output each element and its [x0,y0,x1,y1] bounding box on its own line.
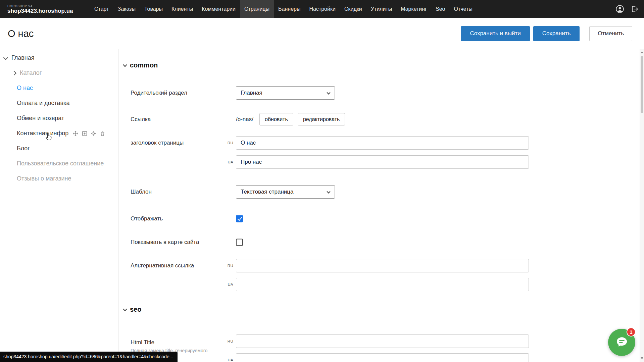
nav-reports[interactable]: Отчеты [449,0,477,18]
lang-ru-badge: RU [221,264,233,268]
tree-item-label: Контактная инфор [17,130,68,137]
alt-link-ua-input[interactable] [236,278,529,291]
display-checkbox[interactable] [236,215,243,222]
refresh-link-button[interactable]: обновить [259,113,293,125]
template-row: Шаблон Текстовая страница [118,185,640,199]
logout-icon[interactable] [630,5,639,13]
nav-pages[interactable]: Страницы [240,0,274,18]
tree-item-label: Каталог [20,69,42,76]
topbar: HOROSHOP V4 shop34423.horoshop.ua Старт … [0,0,644,18]
nav-products[interactable]: Товары [140,0,167,18]
edit-link-button[interactable]: редактировать [298,113,345,125]
chevron-down-icon[interactable] [3,55,8,60]
delete-trash-icon[interactable] [100,131,105,137]
status-url-text: shop34423.horoshop.ua/edit/edit.php?id=6… [3,354,173,359]
chat-unread-badge: 1 [627,327,636,337]
alt-link-ru-row: Альтернативная ссылка RU [118,259,640,272]
tree-item-label: Блог [17,145,30,152]
link-label: Ссылка [131,116,151,123]
scrollbar-thumb[interactable] [641,56,643,113]
chevron-down-icon [123,63,127,67]
lang-ru-badge: RU [221,339,233,343]
html-title-label: Html Title [131,339,154,346]
brand-logo[interactable]: HOROSHOP V4 shop34423.horoshop.ua [0,4,90,14]
display-row: Отображать [118,212,640,225]
nav-banners[interactable]: Баннеры [274,0,305,18]
nav-settings[interactable]: Настройки [305,0,340,18]
nav-discounts[interactable]: Скидки [340,0,366,18]
link-row: Ссылка /o-nas/ обновить редактировать [118,113,640,125]
html-title-ua-row: UA [118,353,640,362]
lang-ua-badge: UA [221,358,233,362]
parent-section-select[interactable]: Главная [236,86,335,100]
page-title-ru-input[interactable] [236,136,529,150]
nav-orders[interactable]: Заказы [113,0,140,18]
vertical-scrollbar[interactable] [640,49,644,362]
chevron-right-icon[interactable] [12,70,16,75]
save-button[interactable]: Сохранить [533,26,580,41]
lang-ru-badge: RU [221,141,233,145]
display-label: Отображать [131,215,163,222]
tree-item-label: Главная [11,54,35,61]
tree-item-exchange-return[interactable]: Обмен и возврат [0,111,118,126]
scroll-down-arrow-icon[interactable] [641,357,643,359]
save-and-exit-button[interactable]: Сохранить и выйти [461,26,530,41]
tree-item-about[interactable]: О нас [0,81,118,96]
nav-start[interactable]: Старт [90,0,113,18]
nav-marketing[interactable]: Маркетинг [396,0,431,18]
brand-version-label: HOROSHOP V4 [7,4,90,8]
template-select[interactable]: Текстовая страница [236,185,335,199]
tree-item-payment-delivery[interactable]: Оплата и доставка [0,96,118,111]
chevron-down-icon [123,307,127,311]
page-title-ua-input[interactable] [236,155,529,169]
chat-widget-button[interactable]: 1 [608,329,635,356]
parent-section-label: Родительский раздел [131,90,187,96]
nav-clients[interactable]: Клиенты [167,0,197,18]
tree-item-catalog[interactable]: Каталог [0,65,118,81]
move-icon[interactable] [72,131,79,137]
tree-item-tools [72,131,105,137]
page-title-ru-row: заголовок страницы RU [118,136,640,150]
html-title-ru-input[interactable] [236,334,529,348]
page-title: О нас [8,28,34,39]
link-controls: /o-nas/ обновить редактировать [236,113,345,125]
tree-item-contact-info[interactable]: Контактная инфор [0,126,118,141]
nav-seo[interactable]: Seo [431,0,449,18]
nav-utilities[interactable]: Утилиты [366,0,397,18]
add-icon[interactable] [82,131,88,137]
html-title-ru-row: Html Title Полная замена title, генериру… [118,334,640,348]
html-title-ua-input[interactable] [236,353,529,362]
section-common-title: common [130,61,158,69]
lang-ua-badge: UA [221,282,233,287]
tree-item-blog[interactable]: Блог [0,141,118,156]
tree-item-label: О нас [17,85,33,92]
scroll-up-arrow-icon[interactable] [641,51,643,53]
section-seo-title: seo [130,306,141,313]
topbar-right-icons [615,0,639,18]
nav-comments[interactable]: Комментарии [197,0,240,18]
section-seo-header[interactable]: seo [123,306,141,313]
lang-ua-badge: UA [221,160,233,164]
parent-section-value: Главная [241,90,262,96]
sitemap-checkbox[interactable] [236,239,243,246]
alt-link-ru-input[interactable] [236,259,529,272]
tree-item-store-reviews[interactable]: Отзывы о магазине [0,171,118,186]
main-form: common Родительский раздел Главная Ссылк… [118,49,640,362]
template-label: Шаблон [131,189,152,195]
parent-section-row: Родительский раздел Главная [118,86,640,100]
tree-item-user-agreement[interactable]: Пользовательское соглашение [0,156,118,171]
cancel-button[interactable]: Отменить [589,26,632,41]
chevron-down-icon [327,91,330,94]
chevron-down-icon [327,190,330,193]
template-value: Текстовая страница [241,189,294,195]
page-header-actions: Сохранить и выйти Сохранить Отменить [461,26,632,41]
tree-item-label: Обмен и возврат [17,115,64,122]
section-common-header[interactable]: common [123,61,158,69]
account-icon[interactable] [615,4,625,14]
sitemap-row: Показывать в карте сайта [118,236,640,249]
alt-link-ua-row: UA [118,278,640,291]
alt-link-label: Альтернативная ссылка [131,262,194,269]
chat-bubble-icon [615,335,629,350]
tree-item-home[interactable]: Главная [0,50,118,65]
settings-gear-icon[interactable] [91,131,97,137]
